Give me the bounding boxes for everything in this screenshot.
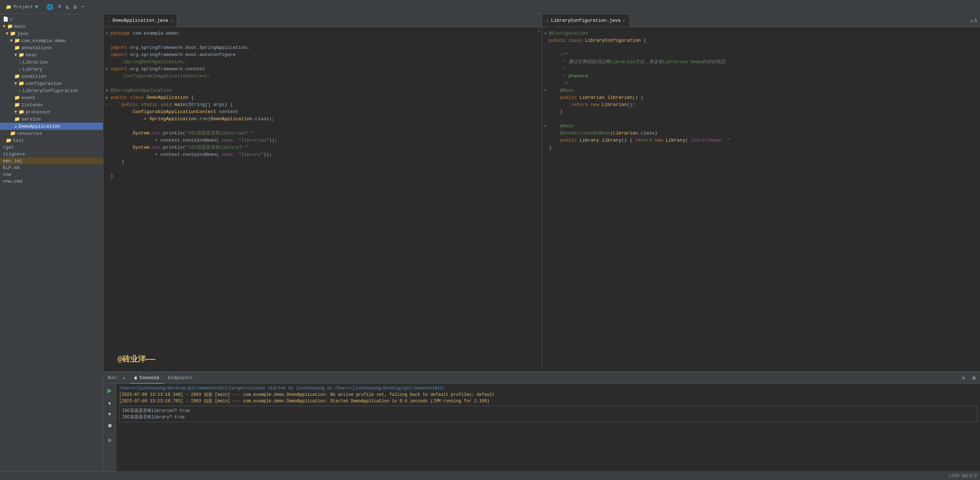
folder-icon-bean: 📁 [19, 52, 24, 58]
run-tab-console[interactable]: ▣ Console [130, 372, 164, 384]
sidebar-item-elp-md[interactable]: ELP.md [0, 164, 103, 171]
sidebar-item-configuration[interactable]: ▼ 📁 configuration [0, 80, 103, 87]
sidebar-item-label: itignore [3, 151, 25, 157]
code-line: ● @SpringBootApplication [103, 87, 542, 94]
run-play-button[interactable]: ▶ [106, 385, 114, 396]
sidebar-item-vnw[interactable]: vnw [0, 171, 103, 178]
sidebar-item-label: event [21, 95, 35, 100]
warning-icon: ⚠ [970, 17, 974, 24]
sidebar-item-label: bean [25, 53, 37, 58]
code-line: ▶ public class DemoApplication { [103, 94, 542, 101]
sidebar-item-listener[interactable]: 📁 listener [0, 101, 103, 108]
run-down-icon[interactable]: ▼ [107, 410, 112, 419]
c-icon: 📄 [3, 16, 8, 22]
run-tab-endpoints[interactable]: Endpoints [164, 372, 197, 384]
run-up-icon[interactable]: ▲ [107, 399, 112, 407]
sidebar-item-c[interactable]: 📄 c [0, 16, 103, 23]
run-stop-icon[interactable]: ⏹ [106, 421, 114, 430]
expand-icon-pkg: ▼ [10, 38, 13, 43]
tab-demoapplication[interactable]: ☕ DemoApplication.java ✕ [103, 14, 177, 27]
sidebar-item-emo-iml[interactable]: emo.iml [0, 158, 103, 164]
folder-icon-pkg: 📁 [14, 38, 20, 43]
sidebar-item-com-example-demo[interactable]: ▼ 📁 com.example.demo [0, 37, 103, 44]
project-selector[interactable]: 📁 Project ▼ [3, 3, 41, 11]
watermark: @砖业洋—— [118, 354, 155, 364]
sidebar-item-test[interactable]: 📁 test [0, 137, 103, 144]
sidebar-item-label: java [17, 31, 28, 37]
run-label: Run: [108, 375, 119, 381]
folder-icon-event: 📁 [14, 95, 20, 100]
list-icon[interactable]: ≡ [58, 3, 61, 11]
code-line: + context.containsBean( name: "librarian… [103, 137, 542, 144]
code-line: public Librarian librarian() { [542, 94, 980, 101]
code-line: } [103, 158, 542, 166]
gutter-arrow: ⊳ [106, 65, 108, 73]
folder-icon-proc: 📁 [19, 109, 24, 115]
code-line: ▷ public static void main(String[] args)… [103, 101, 542, 108]
code-line: import org.springframework.boot.autoconf… [103, 51, 542, 59]
editor-pane-1: ☕ DemoApplication.java ✕ ✓ ● package com… [103, 14, 542, 372]
java-icon-libconfig: ☕ [19, 88, 21, 93]
run-panel-close[interactable]: ✕ [962, 375, 966, 381]
expand-icon-bean: ▼ [14, 53, 17, 58]
folder-icon-ann: 📁 [14, 45, 20, 51]
settings-icon[interactable]: ⚙ [73, 3, 77, 11]
folder-icon-java: 📁 [10, 31, 16, 37]
filter-icon[interactable]: ⇅ [65, 3, 69, 11]
tab-close-1[interactable]: ✕ [170, 18, 173, 23]
sidebar-item-librarian[interactable]: ☕ Librarian [0, 59, 103, 65]
tab-close-2[interactable]: ✕ [622, 18, 625, 23]
sidebar-item-label: ELP.md [3, 165, 20, 171]
code-line: ⊳ import org.springframework.context [103, 65, 542, 73]
run-app-icon: ▶ [123, 375, 126, 381]
sidebar-item-main[interactable]: ▼ 📁 main [0, 23, 103, 30]
folder-icon-test: 📁 [6, 138, 11, 144]
sidebar-item-label: rget [3, 145, 14, 150]
code-line: /** [542, 51, 980, 59]
sidebar-item-event[interactable]: 📁 event [0, 94, 103, 101]
code-line [103, 123, 542, 130]
sidebar-item-service[interactable]: 📁 service [0, 116, 103, 123]
sidebar-item-label: test [13, 138, 24, 144]
code-line: return new Librarian(); [542, 101, 980, 108]
sidebar-item-condition[interactable]: 📁 condition [0, 73, 103, 80]
globe-icon[interactable]: 🌐 [46, 3, 54, 11]
code-line [103, 80, 542, 87]
code-line: } [103, 172, 542, 180]
sidebar-item-label: com.example.demo [21, 38, 66, 43]
code-line: * [542, 65, 980, 73]
expand-icon-proc: ▼ [14, 110, 17, 115]
run-settings-side-icon[interactable]: ⚙ [107, 436, 112, 445]
sidebar-item-libraryconfiguration[interactable]: ☕ LibraryConfiguration [0, 87, 103, 94]
dropdown-arrow: ▼ [35, 4, 38, 10]
sidebar-item-library[interactable]: ☕ Library [0, 65, 103, 73]
code-line: * @return [542, 73, 980, 80]
sidebar-item-rget[interactable]: rget [0, 144, 103, 151]
code-line: ● @Configuration [542, 30, 980, 37]
run-header: Run: ▶ ▣ Console Endpoints ✕ ⚙ [103, 372, 980, 384]
sidebar-item-label: annotations [21, 45, 52, 51]
code-line: ● @Bean [542, 123, 980, 130]
sidebar-item-processor[interactable]: ▼ 📁 processor [0, 108, 103, 116]
sidebar-item-itignore[interactable]: itignore [0, 151, 103, 158]
sidebar-item-label: c [10, 17, 13, 22]
tab-libraryconfiguration[interactable]: ☕ LibraryConfiguration.java ✕ [542, 14, 630, 27]
code-line [103, 166, 542, 172]
sidebar-item-vnw-cmd[interactable]: vnw.cmd [0, 178, 103, 185]
expand-icon-java: ▼ [6, 31, 8, 37]
sidebar-item-demoapplication[interactable]: ☕ DemoApplication [0, 123, 103, 130]
sidebar-item-java[interactable]: ▼ 📁 java [0, 30, 103, 37]
check-icon-1: ✓ [537, 29, 540, 35]
sidebar-item-label: Library [23, 67, 42, 72]
run-settings-icon[interactable]: ⚙ [972, 375, 976, 381]
status-bar: CSDN @砖业洋 [0, 472, 980, 480]
console-line-path: /Users/liuchenyang/Desktop/git/demotest0… [119, 385, 977, 392]
code-area-1[interactable]: ✓ ● package com.example.demo; import org… [103, 27, 542, 372]
code-area-2[interactable]: ● @Configuration public class LibraryCon… [542, 27, 980, 372]
sidebar-item-resources[interactable]: 📁 resources [0, 130, 103, 137]
sidebar-item-annotations[interactable]: 📁 annotations [0, 44, 103, 51]
minimize-icon[interactable]: — [81, 3, 84, 11]
code-line: * 通过注释或取消注释Librarian方法，来改变Librarian bean… [542, 59, 980, 65]
toolbar-icons: 🌐 ≡ ⇅ ⚙ — [46, 3, 84, 11]
sidebar-item-bean[interactable]: ▼ 📁 bean [0, 51, 103, 59]
